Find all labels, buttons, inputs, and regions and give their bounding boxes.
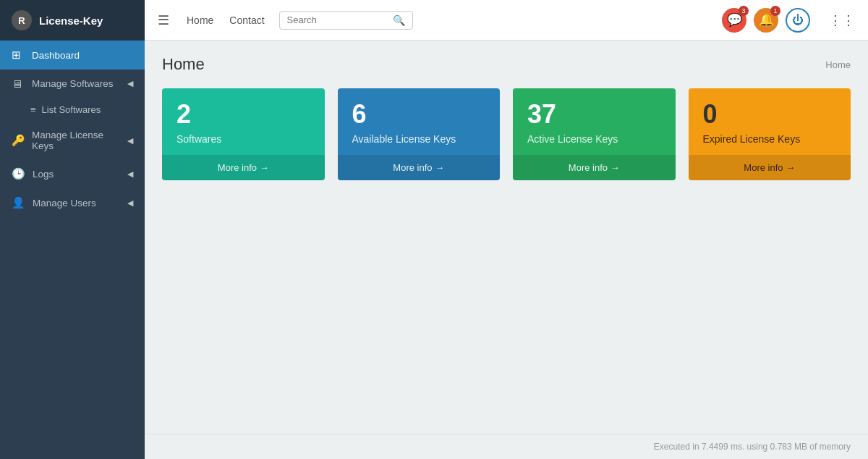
sidebar-item-list-softwares[interactable]: ≡ List Softwares: [0, 98, 145, 122]
list-icon: ≡: [30, 104, 36, 115]
clock-icon: 🕒: [12, 167, 25, 180]
chevron-icon: ◀: [127, 169, 133, 179]
key-icon: 🔑: [12, 134, 25, 147]
page-content: Home Home 2 Softwares More info → 6 Avai…: [145, 41, 868, 434]
card-more-info-link[interactable]: More info →: [513, 155, 676, 180]
chevron-icon: ◀: [127, 198, 133, 208]
card-label: Active License Keys: [527, 133, 661, 145]
card-body: 6 Available License Keys: [338, 88, 501, 155]
card-body: 2 Softwares: [162, 88, 325, 155]
topbar: ☰ Home Contact 🔍 💬 3 🔔 1 ⏻ ⋮⋮: [145, 0, 868, 41]
chat-badge: 3: [739, 6, 749, 16]
sidebar-item-manage-license-keys[interactable]: 🔑 Manage License Keys ◀: [0, 122, 145, 159]
card-number: 0: [703, 101, 837, 127]
card-more-info-link[interactable]: More info →: [162, 155, 325, 180]
topbar-icons: 💬 3 🔔 1 ⏻: [722, 8, 810, 33]
user-icon: 👤: [12, 196, 25, 209]
sidebar-item-manage-softwares[interactable]: 🖥 Manage Softwares ◀: [0, 70, 145, 98]
breadcrumb: Home: [825, 59, 851, 70]
card-softwares[interactable]: 2 Softwares More info →: [162, 88, 325, 180]
sidebar-item-manage-users[interactable]: 👤 Manage Users ◀: [0, 188, 145, 217]
dashboard-cards: 2 Softwares More info → 6 Available Lice…: [162, 88, 851, 180]
chat-icon-button[interactable]: 💬 3: [722, 8, 746, 33]
sidebar-item-label: Manage License Keys: [32, 130, 120, 151]
hamburger-menu-icon[interactable]: ☰: [158, 12, 169, 28]
card-available-license-keys[interactable]: 6 Available License Keys More info →: [338, 88, 501, 180]
sidebar: R License-Key ⊞ Dashboard 🖥 Manage Softw…: [0, 0, 145, 459]
card-number: 6: [352, 101, 486, 127]
card-label: Expired License Keys: [703, 133, 837, 145]
nav-home-link[interactable]: Home: [185, 12, 215, 29]
card-body: 0 Expired License Keys: [689, 88, 851, 155]
card-label: Softwares: [176, 133, 310, 145]
footer-text: Executed in 7.4499 ms. using 0.783 MB of…: [654, 442, 851, 452]
page-header: Home Home: [162, 55, 851, 74]
notifications-icon-button[interactable]: 🔔 1: [754, 8, 778, 33]
sidebar-item-label: Logs: [33, 169, 54, 180]
chevron-icon: ◀: [127, 136, 133, 146]
card-active-license-keys[interactable]: 37 Active License Keys More info →: [513, 88, 676, 180]
card-body: 37 Active License Keys: [513, 88, 676, 155]
sidebar-item-label: Manage Users: [33, 198, 96, 209]
sidebar-logo[interactable]: R License-Key: [0, 0, 145, 41]
card-label: Available License Keys: [352, 133, 486, 145]
sidebar-item-dashboard[interactable]: ⊞ Dashboard: [0, 41, 145, 70]
dashboard-icon: ⊞: [12, 49, 25, 62]
nav-contact-link[interactable]: Contact: [228, 12, 265, 29]
sidebar-item-label: Dashboard: [32, 50, 80, 61]
power-icon-button[interactable]: ⏻: [786, 8, 810, 33]
card-expired-license-keys[interactable]: 0 Expired License Keys More info →: [689, 88, 851, 180]
monitor-icon: 🖥: [12, 77, 25, 90]
app-name: License-Key: [39, 14, 103, 27]
card-number: 37: [527, 101, 661, 127]
grid-apps-icon[interactable]: ⋮⋮: [829, 12, 855, 28]
bell-badge: 1: [770, 6, 780, 16]
sidebar-item-logs[interactable]: 🕒 Logs ◀: [0, 159, 145, 188]
page-footer: Executed in 7.4499 ms. using 0.783 MB of…: [145, 434, 868, 459]
search-icon[interactable]: 🔍: [393, 14, 405, 26]
sidebar-item-label: Manage Softwares: [32, 78, 114, 89]
chevron-icon: ◀: [127, 79, 133, 88]
card-more-info-link[interactable]: More info →: [338, 155, 501, 180]
card-number: 2: [176, 101, 310, 127]
logo-icon: R: [12, 10, 32, 30]
sidebar-item-label: List Softwares: [42, 104, 101, 115]
search-input[interactable]: [287, 14, 388, 25]
page-title: Home: [162, 55, 205, 74]
card-more-info-link[interactable]: More info →: [689, 155, 851, 180]
search-bar: 🔍: [279, 11, 413, 30]
main-content: ☰ Home Contact 🔍 💬 3 🔔 1 ⏻ ⋮⋮ Home: [145, 0, 868, 459]
